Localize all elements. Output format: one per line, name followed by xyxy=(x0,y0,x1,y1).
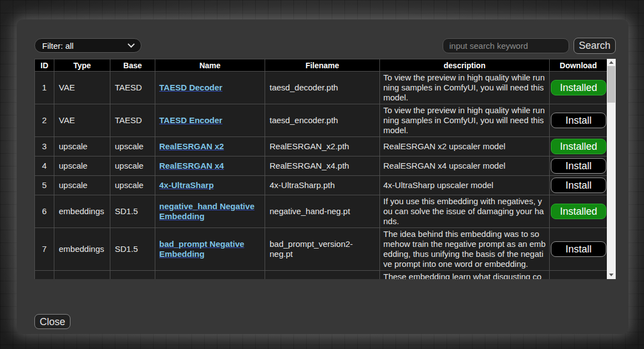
cell-description: RealESRGAN x2 upscaler model xyxy=(380,137,550,156)
cell-type: upscale xyxy=(54,156,110,176)
table-row: 7embeddingsSD1.5bad_prompt Negative Embe… xyxy=(35,228,607,271)
cell-type: VAE xyxy=(54,72,110,104)
cell-download: Install xyxy=(550,228,607,271)
table-scrollbar[interactable] xyxy=(607,59,616,279)
cell-filename xyxy=(265,271,380,280)
cell-type: VAE xyxy=(54,104,110,137)
cell-download: Installed xyxy=(550,137,607,156)
search-input[interactable] xyxy=(443,38,569,53)
table-row: 4upscaleupscaleRealESRGAN x4RealESRGAN_x… xyxy=(35,156,607,176)
cell-description: These embedding learn what disgusting co… xyxy=(380,271,550,280)
cell-id: 4 xyxy=(35,156,54,176)
table-row: 2VAETAESDTAESD Encodertaesd_encoder.pthT… xyxy=(35,104,607,137)
install-button[interactable]: Install xyxy=(551,178,606,193)
install-button[interactable]: Install xyxy=(551,158,606,174)
scrollbar-down-arrow-icon[interactable] xyxy=(607,271,616,278)
cell-filename: RealESRGAN_x2.pth xyxy=(265,137,380,156)
cell-description: To view the preview in high quality whil… xyxy=(380,104,550,137)
cell-id xyxy=(35,271,54,280)
column-header-filename: Filename xyxy=(265,59,380,72)
cell-filename: taesd_decoder.pth xyxy=(265,72,380,104)
cell-filename: taesd_encoder.pth xyxy=(265,104,380,137)
models-table-scroll-area[interactable]: IDTypeBaseNameFilenamedescriptionDownloa… xyxy=(34,59,607,279)
cell-id: 6 xyxy=(35,195,54,228)
cell-filename: bad_prompt_version2-neg.pt xyxy=(265,228,380,271)
dialog-toolbar: Filter: all Search xyxy=(34,38,616,53)
column-header-id: ID xyxy=(35,59,54,72)
chevron-down-icon xyxy=(128,41,135,48)
cell-download xyxy=(550,271,607,280)
cell-filename: negative_hand-neg.pt xyxy=(265,195,380,228)
table-row: These embedding learn what disgusting co… xyxy=(35,271,607,280)
cell-base: upscale xyxy=(110,176,155,195)
table-row: 6embeddingsSD1.5negative_hand Negative E… xyxy=(35,195,607,228)
installed-button[interactable]: Installed xyxy=(551,80,606,95)
install-button[interactable]: Install xyxy=(551,241,606,257)
cell-base: SD1.5 xyxy=(110,195,155,228)
cell-base: SD1.5 xyxy=(110,228,155,271)
search-group: Search xyxy=(443,38,616,54)
cell-description: To view the preview in high quality whil… xyxy=(380,72,550,104)
cell-description: If you use this embedding with negatives… xyxy=(380,195,550,228)
cell-download: Installed xyxy=(550,195,607,228)
cell-id: 3 xyxy=(35,137,54,156)
install-models-dialog: Filter: all Search IDTypeBaseNameFilenam… xyxy=(17,19,628,334)
installed-button[interactable]: Installed xyxy=(551,204,606,219)
cell-id: 1 xyxy=(35,72,54,104)
table-header-row: IDTypeBaseNameFilenamedescriptionDownloa… xyxy=(35,59,607,72)
model-name-link[interactable]: RealESRGAN x4 xyxy=(159,161,224,170)
cell-name: RealESRGAN x2 xyxy=(155,137,265,156)
models-table-zone: IDTypeBaseNameFilenamedescriptionDownloa… xyxy=(34,59,616,279)
model-name-link[interactable]: TAESD Decoder xyxy=(159,83,222,92)
cell-name: bad_prompt Negative Embedding xyxy=(155,228,265,271)
cell-type: embeddings xyxy=(54,228,110,271)
cell-id: 5 xyxy=(35,176,54,195)
cell-name: TAESD Decoder xyxy=(155,72,265,104)
cell-base: TAESD xyxy=(110,72,155,104)
model-name-link[interactable]: TAESD Encoder xyxy=(159,115,222,125)
install-button[interactable]: Install xyxy=(551,113,606,128)
model-name-link[interactable]: RealESRGAN x2 xyxy=(159,141,224,151)
installed-button[interactable]: Installed xyxy=(551,139,606,154)
cell-filename: RealESRGAN_x4.pth xyxy=(265,156,380,176)
cell-download: Install xyxy=(550,104,607,137)
cell-name xyxy=(155,271,265,280)
model-name-link[interactable]: negative_hand Negative Embedding xyxy=(159,201,255,221)
cell-description: 4x-UltraSharp upscaler model xyxy=(380,176,550,195)
cell-id: 2 xyxy=(35,104,54,137)
column-header-name: Name xyxy=(155,59,265,72)
table-row: 5upscaleupscale4x-UltraSharp4x-UltraShar… xyxy=(35,176,607,195)
cell-description: The idea behind this embedding was to so… xyxy=(380,228,550,271)
search-button[interactable]: Search xyxy=(574,38,616,54)
cell-type: embeddings xyxy=(54,195,110,228)
column-header-download: Download xyxy=(550,59,607,72)
cell-name: negative_hand Negative Embedding xyxy=(155,195,265,228)
cell-description: RealESRGAN x4 upscaler model xyxy=(380,156,550,176)
cell-name: TAESD Encoder xyxy=(155,104,265,137)
cell-type: upscale xyxy=(54,137,110,156)
close-button[interactable]: Close xyxy=(34,314,70,329)
cell-download: Installed xyxy=(550,72,607,104)
scrollbar-thumb[interactable] xyxy=(607,66,615,103)
cell-id: 7 xyxy=(35,228,54,271)
cell-download: Install xyxy=(550,156,607,176)
cell-base: upscale xyxy=(110,156,155,176)
models-table: IDTypeBaseNameFilenamedescriptionDownloa… xyxy=(34,59,607,279)
cell-name: RealESRGAN x4 xyxy=(155,156,265,176)
filter-select[interactable]: Filter: all xyxy=(34,38,141,53)
cell-filename: 4x-UltraSharp.pth xyxy=(265,176,380,195)
cell-type: upscale xyxy=(54,176,110,195)
cell-download: Install xyxy=(550,176,607,195)
cell-base: TAESD xyxy=(110,104,155,137)
cell-base: upscale xyxy=(110,137,155,156)
cell-base xyxy=(110,271,155,280)
model-name-link[interactable]: 4x-UltraSharp xyxy=(159,180,214,190)
column-header-type: Type xyxy=(54,59,110,72)
scrollbar-up-arrow-icon[interactable] xyxy=(607,59,616,65)
filter-select-value: Filter: all xyxy=(42,41,74,50)
table-row: 1VAETAESDTAESD Decodertaesd_decoder.pthT… xyxy=(35,72,607,104)
model-name-link[interactable]: bad_prompt Negative Embedding xyxy=(159,239,244,259)
cell-type xyxy=(54,271,110,280)
table-row: 3upscaleupscaleRealESRGAN x2RealESRGAN_x… xyxy=(35,137,607,156)
column-header-base: Base xyxy=(110,59,155,72)
